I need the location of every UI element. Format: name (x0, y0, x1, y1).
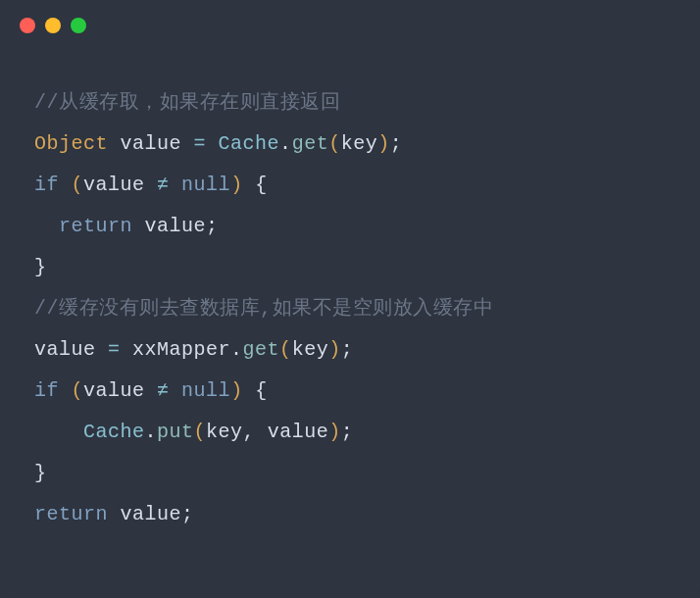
code-line: Cache.put(key, value); (34, 412, 666, 453)
code-line: //缓存没有则去查数据库,如果不是空则放入缓存中 (34, 288, 666, 329)
close-icon[interactable] (20, 18, 35, 33)
null-literal: null (181, 174, 230, 196)
method-call: get (292, 132, 329, 155)
object-ref: Cache (219, 132, 280, 155)
code-line: if (value ≠ null) { (34, 371, 666, 412)
code-line: if (value ≠ null) { (34, 165, 666, 206)
type-token: Object (34, 132, 108, 155)
code-line: } (34, 247, 666, 288)
code-window: //从缓存取，如果存在则直接返回 Object value = Cache.ge… (0, 0, 700, 598)
maximize-icon[interactable] (71, 18, 86, 33)
method-call: get (243, 338, 280, 361)
keyword: if (34, 379, 59, 402)
operator: = (108, 338, 121, 361)
operator: = (194, 132, 207, 155)
comment-text: //从缓存取，如果存在则直接返回 (34, 91, 340, 114)
code-line: } (34, 453, 666, 494)
code-area: //从缓存取，如果存在则直接返回 Object value = Cache.ge… (0, 43, 700, 555)
code-line: Object value = Cache.get(key); (34, 124, 666, 165)
null-literal: null (181, 379, 230, 402)
code-line: return value; (34, 494, 666, 535)
keyword: if (34, 174, 59, 196)
titlebar (0, 0, 700, 43)
keyword: return (59, 215, 132, 237)
comment-text: //缓存没有则去查数据库,如果不是空则放入缓存中 (34, 297, 493, 320)
method-call: put (157, 421, 194, 443)
code-line: //从缓存取，如果存在则直接返回 (34, 82, 666, 124)
identifier: value (121, 132, 182, 155)
keyword: return (34, 503, 108, 525)
code-line: value = xxMapper.get(key); (34, 329, 666, 371)
operator: ≠ (157, 379, 170, 402)
code-line: return value; (34, 206, 666, 247)
minimize-icon[interactable] (45, 18, 61, 33)
object-ref: xxMapper (132, 338, 230, 361)
object-ref: Cache (83, 421, 145, 443)
operator: ≠ (157, 174, 170, 196)
